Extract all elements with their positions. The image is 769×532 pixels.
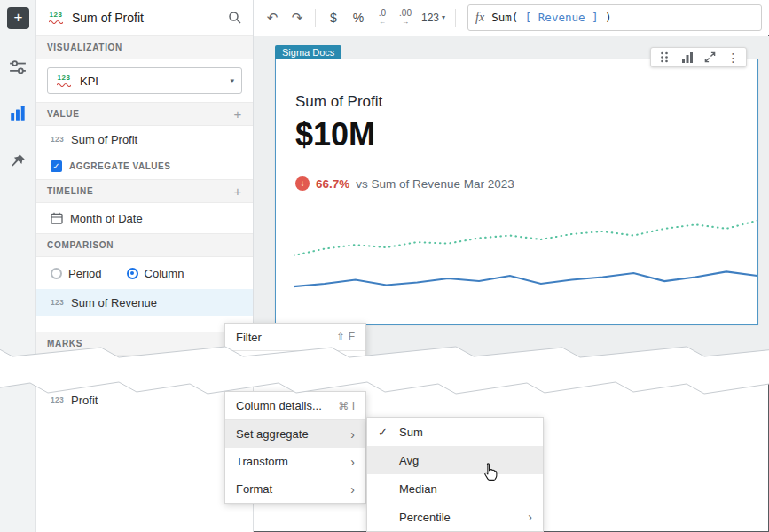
comparison-item-label: Sum of Revenue	[71, 296, 157, 309]
kpi-sparkline-chart	[294, 208, 757, 310]
delta-down-icon: ↓	[295, 176, 310, 191]
divider	[455, 9, 456, 27]
marks-item-row[interactable]: 123 Profit	[36, 388, 253, 411]
submenu-arrow-icon: ›	[350, 482, 355, 497]
percent-format-button[interactable]: %	[347, 6, 370, 29]
menu-item-label: Sum	[399, 426, 423, 439]
kpi-title: Sum of Profit	[295, 93, 382, 111]
chevron-down-icon: ▾	[442, 13, 445, 21]
undo-icon[interactable]: ↶	[261, 6, 284, 29]
menu-item-label: Percentile	[399, 511, 451, 524]
menu-shortcut: ⇧ F	[336, 331, 355, 343]
radio-period-label: Period	[68, 267, 102, 280]
arrow-right-icon: →	[402, 19, 409, 26]
kpi-card[interactable]: ⋮ Sum of Profit $10M ↓ 66.7% vs Sum of R…	[275, 59, 758, 325]
viz-type-dropdown[interactable]: 123 KPI ▾	[47, 67, 242, 94]
number-format-dropdown[interactable]: 123 ▾	[418, 12, 449, 24]
add-value-button[interactable]: +	[234, 107, 242, 121]
decimal-label: .0	[379, 9, 386, 18]
increase-decimal-button[interactable]: .00 →	[395, 9, 416, 26]
value-item-row[interactable]: 123 Sum of Profit	[36, 126, 253, 153]
menu-item-column-details[interactable]: Column details... ⌘ I	[225, 392, 365, 419]
menu-item-transform[interactable]: Transform ›	[225, 448, 365, 475]
menu-item-label: Filter	[236, 331, 262, 344]
viz-type-wrap: 123 KPI ▾	[36, 59, 253, 102]
section-label: MARKS	[47, 339, 82, 348]
arrow-left-icon: ←	[379, 19, 386, 26]
menu-item-label: Median	[399, 482, 437, 496]
left-icon-rail: +	[0, 0, 36, 532]
chart-type-icon[interactable]	[680, 51, 694, 64]
decimal-label: .00	[399, 9, 412, 18]
spacer	[36, 316, 253, 332]
formula-input[interactable]: Sum( [ Revenue ] )	[491, 11, 612, 24]
divider	[315, 9, 316, 27]
format-toolbar: ↶ ↷ $ % .0 ← .00 → 123 ▾ fx Sum( [ Reven…	[254, 0, 769, 35]
radio-column[interactable]	[127, 268, 138, 279]
menu-item-label: Avg	[399, 454, 419, 467]
timeline-item-row[interactable]: Month of Date	[36, 203, 253, 233]
submenu-item-percentile[interactable]: Percentile ›	[367, 503, 543, 531]
add-element-button[interactable]: +	[7, 7, 29, 29]
context-menu-top: Filter ⇧ F	[224, 323, 366, 374]
fx-icon: fx	[475, 11, 484, 25]
delta-value: 66.7%	[316, 177, 349, 191]
maximize-icon[interactable]	[703, 51, 717, 64]
calendar-icon	[51, 212, 63, 224]
menu-shortcut: ⌘ I	[338, 400, 355, 412]
check-icon: ✓	[378, 426, 399, 439]
section-visualization: VISUALIZATION	[36, 35, 253, 59]
submenu-arrow-icon: ›	[350, 455, 355, 469]
workbook-canvas: Sigma Docs	[254, 36, 769, 360]
radio-column-label: Column	[145, 267, 184, 280]
section-value: VALUE +	[36, 102, 253, 126]
comparison-item-row[interactable]: 123 Sum of Revenue	[36, 289, 253, 316]
kpi-delta-row: ↓ 66.7% vs Sum of Revenue Mar 2023	[295, 176, 514, 191]
menu-item-format[interactable]: Format ›	[225, 475, 365, 503]
submenu-item-sum[interactable]: ✓ Sum	[367, 418, 543, 446]
section-timeline: TIMELINE +	[36, 179, 253, 203]
submenu-item-avg[interactable]: Avg	[367, 446, 543, 474]
number-format-label: 123	[421, 12, 439, 24]
delta-caption: vs Sum of Revenue Mar 2023	[356, 177, 514, 191]
context-menu: Column details... ⌘ I Set aggregate › Tr…	[224, 391, 366, 504]
number-type-icon: 123	[51, 135, 64, 144]
marks-item-label: Profit	[71, 394, 98, 407]
kpi-value: $10M	[295, 116, 375, 153]
visualization-icon[interactable]	[9, 105, 27, 122]
viz-type-value: KPI	[80, 74, 98, 88]
pin-icon[interactable]	[9, 153, 27, 170]
submenu-arrow-icon: ›	[528, 510, 532, 524]
radio-period[interactable]	[51, 268, 62, 279]
menu-item-label: Format	[236, 482, 272, 496]
drag-handle-icon[interactable]	[657, 51, 671, 64]
section-comparison: COMPARISON	[36, 233, 253, 257]
menu-divider	[225, 350, 365, 351]
kpi-number-icon: 123	[47, 12, 65, 24]
decrease-decimal-button[interactable]: .0 ←	[372, 9, 393, 26]
number-type-icon: 123	[51, 298, 64, 307]
aggregate-values-row: ✓ AGGREGATE VALUES	[36, 153, 253, 179]
aggregate-values-checkbox[interactable]: ✓	[51, 160, 62, 172]
value-item-label: Sum of Profit	[71, 133, 137, 146]
kpi-type-icon: 123	[55, 74, 73, 87]
kebab-menu-icon[interactable]: ⋮	[726, 51, 740, 64]
currency-format-button[interactable]: $	[322, 6, 345, 29]
menu-item-label: Transform	[236, 455, 288, 468]
section-label: VALUE	[47, 109, 80, 119]
menu-item-set-aggregate[interactable]: Set aggregate ›	[225, 420, 365, 448]
section-label: COMPARISON	[47, 240, 114, 250]
search-icon[interactable]	[228, 11, 242, 25]
menu-item-filter[interactable]: Filter ⇧ F	[225, 324, 365, 350]
controls-icon[interactable]	[9, 59, 27, 76]
redo-icon[interactable]: ↷	[286, 6, 309, 29]
app-window: + 123 Sum of Profit	[0, 0, 769, 532]
formula-bar[interactable]: fx Sum( [ Revenue ] )	[467, 4, 762, 31]
add-timeline-button[interactable]: +	[234, 184, 242, 198]
comparison-options-row: Period Column	[36, 257, 253, 289]
submenu-item-median[interactable]: Median	[367, 474, 543, 503]
section-label: TIMELINE	[47, 186, 93, 196]
panel-title: Sum of Profit	[72, 11, 221, 25]
chevron-down-icon: ▾	[230, 76, 234, 85]
submenu-arrow-icon: ›	[350, 427, 355, 442]
